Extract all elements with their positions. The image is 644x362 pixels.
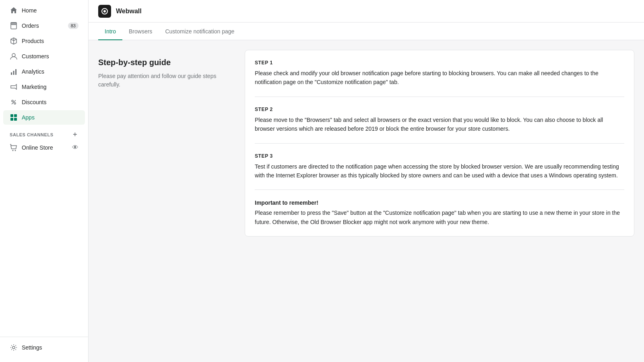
important-text: Please remember to press the "Save" butt…	[255, 208, 624, 226]
step-2-text: Please move to the "Browsers" tab and se…	[255, 115, 624, 134]
tab-customize[interactable]: Customize notification page	[159, 23, 241, 40]
sidebar-item-discounts-label: Discounts	[22, 99, 46, 105]
svg-point-14	[12, 346, 15, 349]
sidebar-item-marketing[interactable]: Marketing	[3, 80, 85, 94]
sidebar-item-apps-label: Apps	[22, 114, 35, 121]
sidebar-item-online-store-label: Online Store	[22, 144, 53, 151]
tab-intro[interactable]: Intro	[98, 23, 122, 40]
home-icon	[10, 6, 18, 14]
app-header: Webwall	[89, 0, 644, 23]
app-logo	[98, 5, 111, 18]
customers-icon	[10, 52, 18, 60]
svg-point-16	[103, 10, 106, 12]
analytics-icon	[10, 68, 18, 76]
step-3-text: Test if customers are directed to the no…	[255, 162, 624, 180]
sidebar-item-settings-label: Settings	[22, 344, 42, 351]
products-icon	[10, 37, 18, 45]
online-store-visibility-icon[interactable]: 👁	[72, 144, 78, 151]
discounts-icon	[10, 98, 18, 106]
svg-point-6	[12, 100, 13, 102]
sidebar-item-settings[interactable]: Settings	[3, 340, 85, 355]
apps-icon	[10, 113, 18, 121]
orders-icon	[10, 22, 18, 30]
svg-point-7	[14, 103, 16, 104]
svg-point-2	[12, 53, 15, 57]
main-area: Webwall Intro Browsers Customize notific…	[89, 0, 644, 362]
svg-rect-11	[14, 118, 17, 121]
important-title: Important to remember!	[255, 200, 624, 206]
step-2-label: STEP 2	[255, 107, 624, 112]
svg-rect-1	[11, 24, 17, 25]
step-1-text: Please check and modify your old browser…	[255, 69, 624, 87]
svg-rect-4	[13, 71, 14, 75]
svg-point-13	[15, 150, 16, 151]
svg-rect-10	[10, 118, 13, 121]
sidebar-item-online-store[interactable]: Online Store 👁	[3, 140, 85, 155]
add-sales-channel-icon[interactable]: ＋	[72, 130, 78, 139]
settings-icon	[10, 343, 18, 352]
guide-title: Step-by-step guide	[98, 58, 235, 67]
sidebar-item-home[interactable]: Home	[3, 3, 85, 18]
app-title: Webwall	[116, 8, 142, 15]
sidebar-item-customers[interactable]: Customers	[3, 49, 85, 64]
sidebar: Home Orders 83 Products Customers Analyt…	[0, 0, 89, 362]
sidebar-item-marketing-label: Marketing	[22, 84, 46, 90]
important-block: Important to remember! Please remember t…	[255, 200, 624, 226]
step-2-block: STEP 2 Please move to the "Browsers" tab…	[255, 107, 624, 144]
step-1-label: STEP 1	[255, 60, 624, 66]
svg-rect-8	[10, 114, 13, 117]
sidebar-item-discounts[interactable]: Discounts	[3, 95, 85, 109]
sidebar-item-products-label: Products	[22, 38, 44, 44]
guide-subtitle: Please pay attention and follow our guid…	[98, 72, 235, 89]
main-content: Step-by-step guide Please pay attention …	[89, 40, 644, 362]
tabs-bar: Intro Browsers Customize notification pa…	[89, 23, 644, 40]
svg-point-12	[12, 150, 14, 151]
sidebar-item-analytics-label: Analytics	[22, 68, 44, 75]
sidebar-item-home-label: Home	[22, 7, 37, 14]
marketing-icon	[10, 83, 18, 91]
sidebar-item-apps[interactable]: Apps	[3, 110, 85, 125]
sidebar-item-customers-label: Customers	[22, 53, 49, 60]
svg-rect-9	[14, 114, 17, 117]
steps-card: STEP 1 Please check and modify your old …	[245, 50, 634, 237]
tab-browsers[interactable]: Browsers	[122, 23, 159, 40]
orders-badge: 83	[68, 23, 78, 29]
guide-intro-panel: Step-by-step guide Please pay attention …	[98, 50, 235, 97]
sales-channels-section: SALES CHANNELS ＋	[0, 125, 88, 140]
online-store-icon	[10, 144, 18, 152]
sidebar-item-products[interactable]: Products	[3, 34, 85, 48]
svg-rect-5	[15, 69, 17, 75]
sales-channels-label: SALES CHANNELS	[10, 132, 54, 137]
sidebar-item-orders[interactable]: Orders 83	[3, 19, 85, 33]
step-3-block: STEP 3 Test if customers are directed to…	[255, 153, 624, 190]
step-3-label: STEP 3	[255, 153, 624, 159]
svg-rect-3	[11, 72, 12, 75]
step-1-block: STEP 1 Please check and modify your old …	[255, 60, 624, 97]
sidebar-item-orders-label: Orders	[22, 23, 39, 29]
sidebar-item-analytics[interactable]: Analytics	[3, 64, 85, 79]
